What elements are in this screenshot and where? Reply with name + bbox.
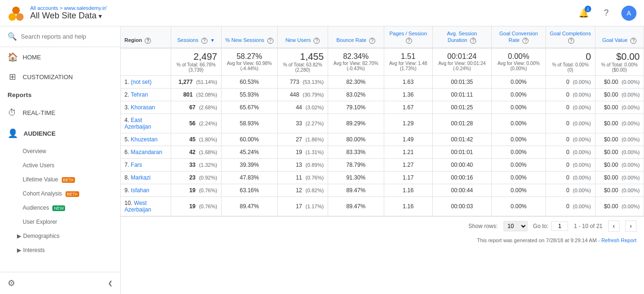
sidebar-sub-overview[interactable]: Overview — [0, 144, 120, 158]
cell-goal-conv-rate: 0.00% — [492, 158, 546, 171]
cell-goal-conv-rate: 0.00% — [492, 171, 546, 184]
sessions-help-icon[interactable]: ? — [201, 38, 207, 44]
cell-bounce-rate: 89.47% — [328, 184, 384, 196]
region-link[interactable]: Isfahan — [131, 187, 149, 194]
cell-pct-new-sessions: 47.83% — [221, 171, 277, 184]
svg-point-2 — [12, 7, 20, 14]
pages-session-help-icon[interactable]: ? — [406, 38, 412, 44]
search-input[interactable] — [21, 33, 113, 40]
settings-icon[interactable]: ⚙ — [8, 278, 15, 288]
sidebar-item-realtime[interactable]: ⏱ REAL-TIME — [0, 103, 120, 122]
region-link[interactable]: Khuzestan — [131, 136, 157, 143]
cell-sessions: 42 (1.68%) — [171, 146, 222, 158]
pct-new-sessions-help-icon[interactable]: ? — [267, 38, 273, 44]
table-row: 10. West Azerbaijan 19 (0.76%) 89.47% 17… — [121, 196, 644, 216]
cell-bounce-rate: 89.47% — [328, 196, 384, 216]
site-link[interactable]: www.salesdemy.ir/ — [64, 5, 107, 11]
sidebar-sub-interests[interactable]: ▶ Interests — [0, 243, 120, 257]
cell-goal-completions: 0 (0.00%) — [545, 88, 595, 101]
cell-pages-session: 1.49 — [384, 133, 432, 146]
pagination-next-button[interactable]: › — [625, 220, 636, 232]
pagination-prev-button[interactable]: ‹ — [608, 220, 619, 232]
topbar-actions: 🔔 1 ? A — [576, 6, 636, 21]
cell-pct-new-sessions: 60.53% — [221, 75, 277, 88]
cell-region: 10. West Azerbaijan — [121, 196, 171, 216]
help-button[interactable]: ? — [599, 6, 614, 21]
cell-pct-new-sessions: 63.16% — [221, 184, 277, 196]
help-icon: ? — [604, 8, 609, 18]
sidebar-sub-lifetime-value[interactable]: Lifetime Value BETA — [0, 172, 120, 187]
cell-pages-session: 1.27 — [384, 158, 432, 171]
avatar[interactable]: A — [621, 6, 636, 21]
main-layout: 🔍 🏠 HOME ⊞ CUSTOMIZATION Reports ⏱ REAL-… — [0, 26, 644, 294]
avg-session-help-icon[interactable]: ? — [470, 38, 476, 44]
col-header-goal-completions: Goal Completions ? — [545, 26, 595, 48]
summary-row: 2,497 % of Total: 66.78% (3,739) 58.27% … — [121, 48, 644, 76]
goal-value-help-icon[interactable]: ? — [630, 38, 636, 44]
col-header-new-users: New Users ? — [277, 26, 328, 48]
cell-sessions: 1,277 (51.14%) — [171, 75, 222, 88]
region-help-icon[interactable]: ? — [145, 38, 151, 44]
reports-label: Reports — [0, 87, 120, 103]
notification-button[interactable]: 🔔 1 — [576, 6, 591, 21]
interests-arrow-icon: ▶ — [17, 247, 21, 253]
goal-conv-rate-help-icon[interactable]: ? — [522, 38, 528, 44]
account-title: All Web Site Data ▾ — [30, 11, 576, 21]
audience-icon: 👤 — [8, 128, 18, 139]
goto-input[interactable] — [551, 221, 568, 231]
region-link[interactable]: Khorasan — [131, 104, 155, 111]
table-row: 8. Markazi 23 (0.92%) 47.83% 11 (0.76%) … — [121, 171, 644, 184]
col-header-bounce-rate: Bounce Rate ? — [328, 26, 384, 48]
pagination-bar: Show rows: 10 25 50 100 Go to: 1 - 10 of… — [121, 216, 644, 236]
cell-pct-new-sessions: 65.67% — [221, 101, 277, 114]
sessions-sort-icon[interactable]: ▼ — [210, 38, 215, 43]
cell-pct-new-sessions: 39.39% — [221, 158, 277, 171]
cell-region: 2. Tehran — [121, 88, 171, 101]
cell-bounce-rate: 79.10% — [328, 101, 384, 114]
table-row: 4. East Azerbaijan 56 (2.24%) 58.93% 33 … — [121, 114, 644, 133]
customization-icon: ⊞ — [8, 72, 17, 82]
sidebar-sub-active-users[interactable]: Active Users — [0, 158, 120, 172]
home-icon: 🏠 — [8, 52, 17, 62]
sidebar-sub-audiences[interactable]: Audiences NEW — [0, 201, 120, 215]
region-link[interactable]: Fars — [131, 162, 142, 168]
cell-goal-conv-rate: 0.00% — [492, 184, 546, 196]
topbar: All accounts > www.salesdemy.ir/ All Web… — [0, 0, 644, 26]
account-dropdown-arrow[interactable]: ▾ — [99, 12, 102, 20]
cell-bounce-rate: 91.30% — [328, 171, 384, 184]
sidebar-item-audience[interactable]: 👤 AUDIENCE — [0, 122, 120, 144]
cell-goal-completions: 0 (0.00%) — [545, 114, 595, 133]
sidebar-item-customization[interactable]: ⊞ CUSTOMIZATION — [0, 67, 120, 87]
region-link[interactable]: Mazandaran — [131, 149, 162, 155]
table-row: 1. (not set) 1,277 (51.14%) 60.53% 773 (… — [121, 75, 644, 88]
collapse-sidebar-icon[interactable]: ❮ — [108, 280, 113, 286]
region-link[interactable]: Markazi — [131, 174, 150, 181]
rows-per-page-select[interactable]: 10 25 50 100 — [504, 221, 528, 231]
sidebar-sub-user-explorer[interactable]: User Explorer — [0, 215, 120, 229]
cell-bounce-rate: 83.33% — [328, 146, 384, 158]
refresh-report-link[interactable]: Refresh Report — [601, 237, 636, 243]
all-accounts-link[interactable]: All accounts — [30, 5, 58, 11]
col-header-region: Region ? — [121, 26, 171, 48]
bounce-rate-help-icon[interactable]: ? — [369, 38, 375, 44]
new-users-help-icon[interactable]: ? — [314, 38, 320, 44]
cell-avg-session: 00:01:42 — [432, 133, 492, 146]
cell-bounce-rate: 80.00% — [328, 133, 384, 146]
cell-bounce-rate: 82.30% — [328, 75, 384, 88]
cell-goal-value: $0.00 (0.00%) — [595, 101, 644, 114]
cell-goal-completions: 0 (0.00%) — [545, 75, 595, 88]
cell-new-users: 19 (1.31%) — [277, 146, 328, 158]
cell-region: 1. (not set) — [121, 75, 171, 88]
cell-goal-value: $0.00 (0.00%) — [595, 88, 644, 101]
cell-sessions: 56 (2.24%) — [171, 114, 222, 133]
goal-completions-help-icon[interactable]: ? — [568, 38, 574, 44]
sidebar-item-home[interactable]: 🏠 HOME — [0, 47, 120, 67]
sidebar-sub-demographics[interactable]: ▶ Demographics — [0, 229, 120, 243]
summary-avg-session: 00:01:24 Avg for View: 00:01:24 (-0.24%) — [432, 48, 492, 76]
region-link[interactable]: Tehran — [131, 91, 148, 98]
sidebar-sub-cohort-analysis[interactable]: Cohort Analysis BETA — [0, 187, 120, 201]
col-header-sessions: Sessions ? ▼ — [171, 26, 222, 48]
cell-bounce-rate: 89.29% — [328, 114, 384, 133]
region-link[interactable]: (not set) — [131, 79, 151, 85]
cell-avg-session: 00:00:40 — [432, 158, 492, 171]
